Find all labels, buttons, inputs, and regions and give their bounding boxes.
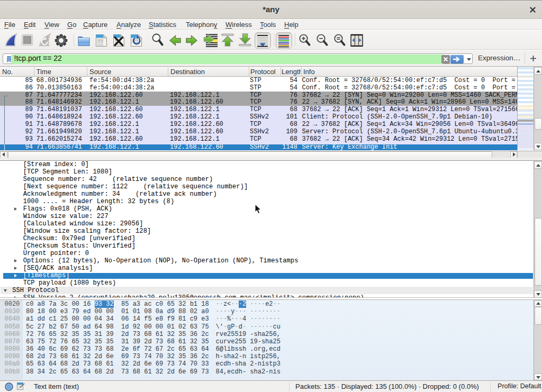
svg-text:0111: 0111 [97,43,103,45]
